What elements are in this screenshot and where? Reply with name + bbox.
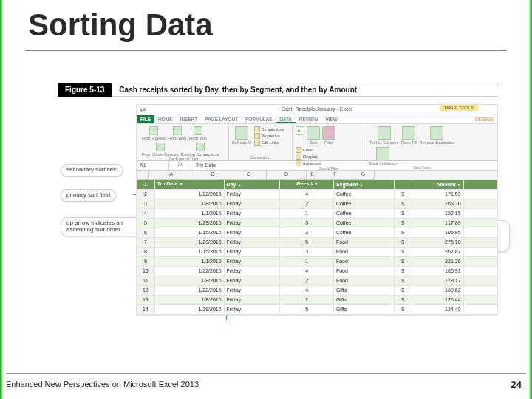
cell-week[interactable]: 1 — [280, 208, 334, 218]
tab-view[interactable]: VIEW — [321, 115, 341, 123]
cell-currency[interactable]: $ — [394, 247, 412, 256]
cell-amount[interactable]: 124.40 — [412, 304, 463, 314]
cell-segment[interactable]: Coffee — [333, 228, 394, 237]
cell-trn-date[interactable]: 1/22/2016 — [154, 285, 224, 295]
col-header-c[interactable]: C — [231, 171, 267, 180]
cell-day[interactable]: Friday — [224, 256, 280, 266]
cell-week[interactable]: 1 — [280, 256, 334, 266]
row-header[interactable]: 1 — [137, 180, 154, 189]
row-header[interactable]: 8 — [137, 247, 154, 256]
cell-day[interactable]: Friday — [224, 199, 280, 208]
tab-design[interactable]: DESIGN — [471, 115, 497, 123]
cell-amount[interactable]: 152.15 — [412, 208, 463, 218]
cell-segment[interactable]: Food — [333, 247, 394, 256]
col-header-b[interactable]: B — [194, 171, 231, 180]
col-header-f[interactable]: F — [318, 171, 352, 180]
cell-amount[interactable]: 275.18 — [412, 237, 463, 247]
cell-segment[interactable]: Coffee — [333, 189, 394, 199]
cell-week[interactable]: 3 — [280, 228, 334, 237]
header-day[interactable]: Day — [224, 180, 280, 189]
cell-trn-date[interactable]: 1/15/2016 — [154, 247, 224, 256]
header-trn-date[interactable]: Trn Date ▾ — [154, 180, 224, 189]
cell-segment[interactable]: Food — [333, 256, 394, 266]
cell-currency[interactable]: $ — [394, 304, 412, 314]
cell-trn-date[interactable]: 1/8/2016 — [154, 295, 224, 304]
from-other-button[interactable]: From Other Sources — [142, 143, 179, 157]
cell-amount[interactable]: 163.30 — [412, 199, 463, 208]
cell[interactable] — [463, 228, 497, 237]
cell-currency[interactable]: $ — [394, 208, 412, 218]
header-segment[interactable]: Segment — [333, 180, 394, 189]
cell-amount[interactable]: 105.95 — [412, 228, 463, 237]
text-to-columns-button[interactable]: Text to Columns — [369, 126, 398, 145]
row-header[interactable]: 6 — [137, 228, 154, 237]
cell-trn-date[interactable]: 1/8/2016 — [154, 276, 224, 285]
cell-trn-date[interactable]: 1/8/2016 — [154, 199, 224, 208]
tab-formulas[interactable]: FORMULAS — [242, 115, 276, 123]
connections-button[interactable]: Connections — [254, 126, 284, 132]
tab-page-layout[interactable]: PAGE LAYOUT — [201, 115, 242, 123]
cell-day[interactable]: Friday — [224, 247, 280, 256]
row-header[interactable]: 13 — [137, 295, 154, 304]
tab-home[interactable]: HOME — [154, 115, 177, 123]
cell-trn-date[interactable]: 1/29/2016 — [154, 218, 224, 228]
header-week[interactable]: Week # ▾ — [280, 180, 334, 189]
cell-currency[interactable]: $ — [394, 189, 412, 199]
cell-currency[interactable]: $ — [394, 237, 412, 247]
cell-week[interactable]: 4 — [280, 266, 334, 276]
cell-day[interactable]: Friday — [224, 189, 280, 199]
cell-trn-date[interactable]: 1/29/2016 — [154, 304, 224, 314]
cell-currency[interactable]: $ — [394, 285, 412, 295]
cell[interactable] — [463, 276, 497, 285]
flash-fill-button[interactable]: Flash Fill — [400, 126, 417, 145]
header-amount[interactable]: Amount — [412, 180, 463, 189]
cell-day[interactable]: Friday — [224, 208, 280, 218]
row-header[interactable]: 12 — [137, 285, 154, 295]
cell-segment[interactable]: Coffee — [333, 218, 394, 228]
col-header-a[interactable]: A — [149, 171, 194, 180]
cell-amount[interactable]: 180.91 — [412, 266, 463, 276]
cell-currency[interactable]: $ — [394, 199, 412, 208]
formula-bar[interactable]: Trn Date — [191, 161, 497, 170]
tab-insert[interactable]: INSERT — [177, 115, 202, 123]
row-header[interactable]: 9 — [137, 256, 154, 266]
cell-segment[interactable]: Coffee — [333, 199, 394, 208]
cell-segment[interactable]: Food — [333, 266, 394, 276]
cell[interactable] — [463, 218, 497, 228]
cell-week[interactable]: 2 — [280, 276, 334, 285]
tab-file[interactable]: FILE — [137, 115, 154, 123]
cell[interactable] — [463, 189, 497, 199]
cell-segment[interactable]: Gifts — [333, 295, 394, 304]
az-button[interactable]: A↓ — [296, 126, 304, 145]
cell-day[interactable]: Friday — [224, 285, 280, 295]
cell-week[interactable]: 2 — [280, 199, 334, 208]
cell-amount[interactable]: 267.87 — [412, 247, 463, 256]
cell[interactable] — [463, 256, 497, 266]
cell-segment[interactable]: Gifts — [333, 304, 394, 314]
edit-links-button[interactable]: Edit Links — [254, 140, 284, 146]
cell-week[interactable]: 5 — [280, 218, 334, 228]
cell[interactable] — [463, 304, 497, 314]
cell[interactable] — [463, 208, 497, 218]
cell-currency[interactable]: $ — [394, 256, 412, 266]
cell[interactable] — [463, 180, 497, 189]
cell-segment[interactable]: Food — [333, 237, 394, 247]
cell[interactable] — [463, 237, 497, 247]
cell-trn-date[interactable]: 1/22/2016 — [154, 189, 224, 199]
cell[interactable] — [463, 199, 497, 208]
cell-day[interactable]: Friday — [224, 304, 280, 314]
cell[interactable] — [463, 295, 497, 304]
row-header[interactable]: 14 — [137, 304, 154, 314]
cell-amount[interactable]: 179.17 — [412, 276, 463, 285]
row-header[interactable]: 4 — [137, 208, 154, 218]
name-box[interactable]: A1 — [137, 161, 169, 170]
cell-week[interactable]: 2 — [280, 295, 334, 304]
cell-day[interactable]: Friday — [224, 218, 280, 228]
cell-currency[interactable]: $ — [394, 295, 412, 304]
cell-day[interactable]: Friday — [224, 266, 280, 276]
cell[interactable] — [463, 285, 497, 295]
remove-duplicates-button[interactable]: Remove Duplicates — [419, 126, 454, 145]
fx-icon[interactable]: ƒx — [169, 161, 191, 170]
col-header-d[interactable]: D — [267, 171, 307, 180]
cell-currency[interactable]: $ — [394, 218, 412, 228]
